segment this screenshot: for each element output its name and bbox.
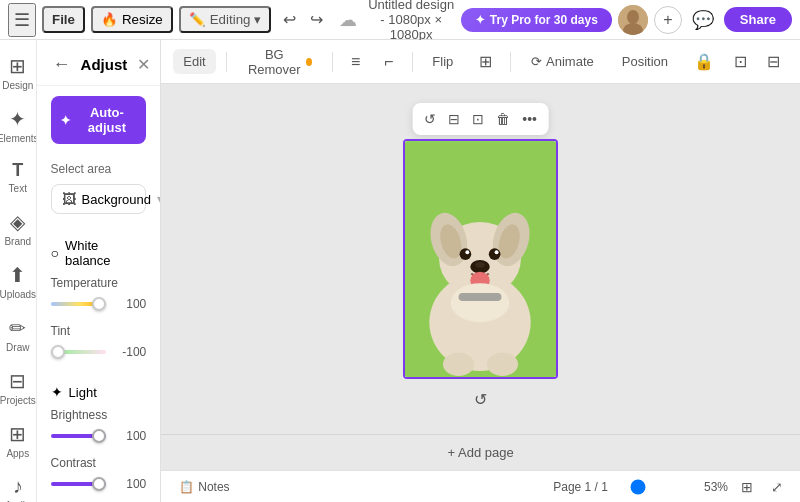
sidebar-item-projects[interactable]: ⊟ Projects <box>0 363 37 412</box>
panel-title: Adjust <box>81 56 128 73</box>
sidebar-item-text[interactable]: T Text <box>0 154 37 200</box>
position-button[interactable]: Position <box>612 49 678 74</box>
contrast-value: 100 <box>114 477 146 491</box>
align-button[interactable]: ⊟ <box>759 47 788 76</box>
animate-button[interactable]: ⟳ Animate <box>521 49 604 74</box>
uploads-icon: ⬆ <box>9 263 26 287</box>
sidebar-item-label: Draw <box>6 342 29 353</box>
grid-button[interactable]: ⊞ <box>471 47 500 76</box>
elements-icon: ✦ <box>9 107 26 131</box>
rotate-handle[interactable]: ↺ <box>474 390 487 409</box>
sidebar-item-label: Design <box>2 80 33 91</box>
draw-icon: ✏ <box>9 316 26 340</box>
editing-button[interactable]: ✏️ Editing ▾ <box>179 6 272 33</box>
svg-rect-18 <box>459 293 502 301</box>
flip-button[interactable]: Flip <box>422 49 463 74</box>
light-label: Light <box>69 385 97 400</box>
editing-label: Editing <box>210 12 251 27</box>
canvas-content: ↺ ⊟ ⊡ 🗑 ••• <box>403 139 558 379</box>
temperature-row: Temperature 100 <box>37 272 161 320</box>
sidebar-item-apps[interactable]: ⊞ Apps <box>0 416 37 465</box>
auto-adjust-button[interactable]: ✦ Auto-adjust <box>51 96 147 144</box>
sidebar: ⊞ Design ✦ Elements T Text ◈ Brand ⬆ Upl… <box>0 40 37 502</box>
share-button[interactable]: Share <box>724 7 792 32</box>
add-page-bar: + Add page <box>161 434 800 470</box>
select-area-dropdown[interactable]: 🖼 Background ▾ <box>51 184 147 214</box>
refresh-button[interactable]: ↺ <box>420 107 440 131</box>
sidebar-item-brand[interactable]: ◈ Brand <box>0 204 37 253</box>
canvas-bottom-bar: 📋 Notes Page 1 / 1 53% ⊞ ⤢ <box>161 470 800 502</box>
back-button[interactable]: ← <box>51 52 73 77</box>
adjust-panel: ← Adjust ✕ ✦ Auto-adjust Select area 🖼 B… <box>37 40 162 502</box>
topbar: ☰ File 🔥 Resize ✏️ Editing ▾ ↩ ↪ ☁ Untit… <box>0 0 800 40</box>
star-icon: ✦ <box>475 13 485 27</box>
sidebar-item-audio[interactable]: ♪ Audio <box>0 469 37 502</box>
sidebar-item-draw[interactable]: ✏ Draw <box>0 310 37 359</box>
select-area-label: Select area <box>37 154 161 180</box>
canvas-main[interactable]: ↺ ⊟ ⊡ 🗑 ••• <box>161 84 800 434</box>
page-info: Page 1 / 1 <box>553 480 608 494</box>
sparkle-icon: ✦ <box>60 113 71 128</box>
sidebar-item-label: Apps <box>6 448 29 459</box>
copy-button[interactable]: ⊡ <box>726 47 755 76</box>
temperature-slider[interactable] <box>51 302 107 306</box>
copy2-button[interactable]: ⊡ <box>468 107 488 131</box>
cloud-button[interactable]: ☁ <box>335 5 361 35</box>
toolbar-divider-2 <box>332 52 333 72</box>
svg-point-13 <box>495 250 499 254</box>
more-button[interactable]: ••• <box>518 107 541 131</box>
redo-button[interactable]: ↪ <box>304 6 329 33</box>
delete-button[interactable]: 🗑 <box>492 107 514 131</box>
bg-remover-button[interactable]: BG Remover <box>236 42 322 82</box>
notes-button[interactable]: 📋 Notes <box>173 477 235 497</box>
image-icon: 🖼 <box>62 191 76 207</box>
add-button[interactable]: + <box>654 6 682 34</box>
tint-row: Tint -100 <box>37 320 161 368</box>
corner-button[interactable]: ⌐ <box>376 48 401 76</box>
svg-point-10 <box>460 248 472 260</box>
wb-icon: ○ <box>51 245 59 261</box>
svg-point-1 <box>627 10 639 24</box>
zoom-slider[interactable] <box>616 485 696 489</box>
close-button[interactable]: ✕ <box>135 53 152 76</box>
edit-button[interactable]: Edit <box>173 49 215 74</box>
design-icon: ⊞ <box>9 54 26 78</box>
image-action-bar: ↺ ⊟ ⊡ 🗑 ••• <box>412 103 549 135</box>
menu-button[interactable]: ☰ <box>8 3 36 37</box>
sidebar-item-uploads[interactable]: ⬆ Uploads <box>0 257 37 306</box>
contrast-slider[interactable] <box>51 482 107 486</box>
svg-point-11 <box>489 248 501 260</box>
tint-slider[interactable] <box>51 350 107 354</box>
projects-icon: ⊟ <box>9 369 26 393</box>
sidebar-item-design[interactable]: ⊞ Design <box>0 48 37 97</box>
sidebar-item-label: Text <box>9 183 27 194</box>
toolbar-divider-3 <box>412 52 413 72</box>
file-button[interactable]: File <box>42 6 85 33</box>
pro-button[interactable]: ✦ Try Pro for 30 days <box>461 8 612 32</box>
add-page-button[interactable]: + Add page <box>448 445 514 460</box>
chat-button[interactable]: 💬 <box>688 5 718 35</box>
notes-icon: 📋 <box>179 480 194 494</box>
lines-button[interactable]: ≡ <box>343 48 368 76</box>
grid-view-button[interactable]: ⊞ <box>736 476 758 498</box>
svg-point-12 <box>466 250 470 254</box>
pencil-icon: ✏️ <box>189 12 206 27</box>
lock-button[interactable]: 🔒 <box>686 47 722 76</box>
temperature-label: Temperature <box>51 276 147 290</box>
fullscreen-button[interactable]: ⤢ <box>766 476 788 498</box>
sidebar-item-elements[interactable]: ✦ Elements <box>0 101 37 150</box>
undo-redo-group: ↩ ↪ <box>277 6 329 33</box>
brightness-slider[interactable] <box>51 434 107 438</box>
toolbar-divider <box>226 52 227 72</box>
avatar[interactable] <box>618 5 648 35</box>
light-header: ✦ Light <box>37 376 161 404</box>
undo-button[interactable]: ↩ <box>277 6 302 33</box>
sidebar-item-label: Brand <box>4 236 31 247</box>
resize-label: Resize <box>122 12 163 27</box>
image-frame[interactable] <box>403 139 558 379</box>
bg-remover-label: BG Remover <box>246 47 302 77</box>
resize-button[interactable]: 🔥 Resize <box>91 6 173 33</box>
dog-image <box>405 141 556 377</box>
canvas-toolbar: Edit BG Remover ≡ ⌐ Flip ⊞ ⟳ Animate Pos… <box>161 40 800 84</box>
duplicate-button[interactable]: ⊟ <box>444 107 464 131</box>
